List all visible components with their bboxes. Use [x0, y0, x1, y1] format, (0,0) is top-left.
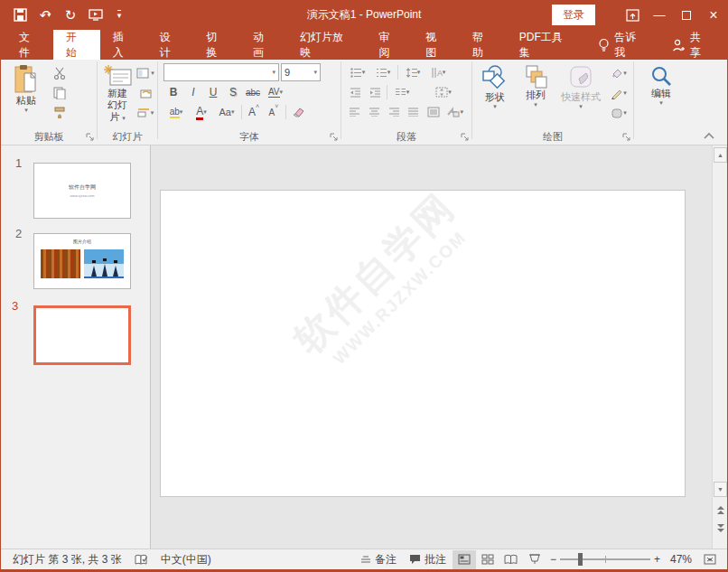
zoom-level[interactable]: 47%	[664, 549, 698, 569]
undo-button[interactable]: ↶ ▾	[33, 4, 57, 27]
spellcheck-button[interactable]	[128, 549, 154, 569]
arrange-button[interactable]: 排列 ▾	[516, 62, 555, 129]
italic-button[interactable]: I	[183, 83, 203, 101]
tab-file[interactable]: 文件	[6, 30, 53, 60]
strikethrough-button[interactable]: abc	[243, 83, 263, 101]
font-size-dropdown-icon[interactable]: ▾	[313, 69, 317, 76]
slide-canvas[interactable]: 软件自学网 WWW.RJZXW.COM	[161, 191, 685, 496]
zoom-slider[interactable]	[560, 558, 650, 560]
tab-transitions[interactable]: 切换	[193, 30, 240, 60]
ribbon-display-options-button[interactable]	[619, 4, 646, 27]
maximize-button[interactable]	[673, 4, 700, 27]
clear-formatting-button[interactable]	[288, 103, 308, 121]
close-button[interactable]: ×	[700, 4, 727, 27]
new-slide-button[interactable]: 新建 幻灯片 ▾	[99, 62, 135, 129]
tab-design[interactable]: 设计	[146, 30, 193, 60]
align-right-button[interactable]	[384, 103, 404, 121]
paste-button[interactable]: 粘贴 ▾	[3, 62, 50, 129]
reading-view-button[interactable]	[499, 550, 523, 569]
text-shadow-button[interactable]: S	[223, 83, 243, 101]
paragraph-dialog-launcher[interactable]	[461, 133, 470, 142]
numbering-button[interactable]: ▾	[370, 63, 396, 81]
minimize-button[interactable]: —	[646, 4, 673, 27]
tab-pdf-tools[interactable]: PDF工具集	[507, 30, 586, 60]
redo-button[interactable]: ↻	[59, 4, 82, 27]
decrease-indent-button[interactable]	[345, 83, 365, 101]
drawing-dialog-launcher[interactable]	[622, 133, 631, 142]
text-direction-button[interactable]: A ▾	[425, 63, 451, 81]
distribute-columns-button[interactable]	[424, 103, 443, 121]
tab-slideshow[interactable]: 幻灯片放映	[287, 30, 367, 60]
shapes-button[interactable]: 形状 ▾	[474, 62, 516, 129]
normal-view-button[interactable]	[453, 550, 476, 569]
convert-smartart-button[interactable]: ▾	[443, 103, 468, 121]
align-text-button[interactable]: ▾	[431, 83, 456, 101]
shape-fill-button[interactable]: ▾	[606, 64, 631, 82]
editing-button[interactable]: 编辑 ▾	[639, 62, 684, 145]
tell-me-button[interactable]: 告诉我	[585, 30, 658, 61]
font-color-button[interactable]: A▾	[189, 103, 214, 121]
character-spacing-button[interactable]: AV▾	[263, 83, 288, 101]
justify-button[interactable]	[404, 103, 424, 121]
align-left-button[interactable]	[345, 103, 365, 121]
tab-review[interactable]: 审阅	[366, 30, 413, 60]
font-name-combobox[interactable]: ▾	[163, 63, 279, 81]
slide-counter[interactable]: 幻灯片 第 3 张, 共 3 张	[6, 549, 128, 569]
slide-3-thumbnail-selected[interactable]	[33, 305, 131, 365]
previous-slide-button[interactable]	[714, 503, 727, 518]
slide-2-thumbnail[interactable]: 图片介绍	[33, 233, 131, 289]
collapse-ribbon-button[interactable]	[704, 132, 714, 139]
tab-help[interactable]: 帮助	[460, 30, 507, 60]
font-dialog-launcher[interactable]	[330, 133, 339, 142]
underline-button[interactable]: U	[203, 83, 223, 101]
slide-sorter-view-button[interactable]	[476, 550, 499, 569]
cut-button[interactable]	[50, 64, 70, 82]
shape-effects-button[interactable]: ▾	[606, 104, 631, 122]
copy-button[interactable]	[50, 84, 70, 102]
notes-button[interactable]: 备注	[354, 549, 403, 569]
comments-button[interactable]: 批注	[403, 549, 453, 569]
change-case-button[interactable]: Aa▾	[214, 103, 239, 121]
start-slideshow-button[interactable]	[84, 4, 107, 27]
tab-view[interactable]: 视图	[413, 30, 460, 60]
sign-in-button[interactable]: 登录	[552, 5, 595, 25]
font-size-combobox[interactable]: 9 ▾	[281, 63, 321, 81]
section-button[interactable]: ▾	[135, 104, 155, 122]
share-button[interactable]: 共享	[659, 30, 723, 61]
bold-button[interactable]: B	[163, 83, 183, 101]
fit-to-window-button[interactable]	[698, 550, 722, 569]
quick-styles-button[interactable]: 快速样式 ▾	[555, 62, 606, 129]
reset-slide-button[interactable]	[135, 84, 155, 102]
grow-font-button[interactable]: A˄	[244, 103, 264, 121]
slide-1-thumbnail[interactable]: 软件自学网 www.rjzxw.com	[33, 163, 131, 219]
increase-indent-button[interactable]	[365, 83, 385, 101]
columns-button[interactable]: ▾	[389, 83, 415, 101]
vertical-scrollbar[interactable]: ▲ ▼	[712, 145, 727, 549]
slideshow-view-button[interactable]	[523, 550, 546, 569]
customize-qat-button[interactable]: ▾	[109, 4, 133, 27]
paste-dropdown-icon[interactable]: ▾	[24, 107, 28, 114]
tab-animations[interactable]: 动画	[240, 30, 287, 60]
undo-dropdown-icon[interactable]: ▾	[47, 11, 51, 19]
shape-outline-button[interactable]: ▾	[606, 84, 631, 102]
zoom-slider-thumb[interactable]	[578, 553, 583, 566]
line-spacing-button[interactable]: ▾	[400, 63, 425, 81]
zoom-in-button[interactable]: +	[654, 553, 660, 566]
font-name-dropdown-icon[interactable]: ▾	[272, 69, 275, 76]
language-indicator[interactable]: 中文(中国)	[154, 549, 218, 569]
clipboard-dialog-launcher[interactable]	[86, 133, 95, 142]
slide-layout-button[interactable]: ▾	[135, 64, 155, 82]
align-center-button[interactable]	[365, 103, 385, 121]
shrink-font-button[interactable]: A˅	[264, 103, 284, 121]
bullets-button[interactable]: ▾	[345, 63, 370, 81]
scroll-up-button[interactable]: ▲	[714, 147, 727, 163]
highlight-button[interactable]: ab▾	[163, 103, 189, 121]
next-slide-button[interactable]	[714, 521, 727, 536]
numbering-icon	[376, 68, 387, 78]
scroll-down-button[interactable]: ▼	[714, 482, 727, 497]
tab-home[interactable]: 开始	[53, 30, 100, 60]
format-painter-button[interactable]	[50, 104, 70, 122]
save-button[interactable]	[8, 4, 32, 27]
zoom-out-button[interactable]: −	[550, 553, 556, 566]
tab-insert[interactable]: 插入	[100, 30, 147, 60]
